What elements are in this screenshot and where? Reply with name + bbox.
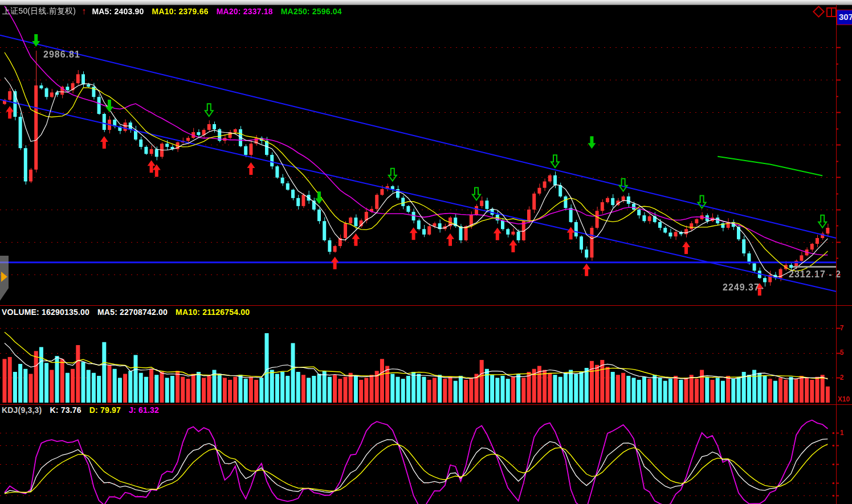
ma10-label: MA10: 2379.66: [152, 7, 209, 16]
ma250-label: MA250: 2596.04: [281, 7, 342, 16]
volume-ma10-label: MA10: 21126754.00: [176, 308, 250, 317]
kdj-axis-label-100: 1: [840, 429, 844, 437]
volume-unit-label: X10: [838, 395, 850, 403]
expand-arrow-icon: [1, 272, 7, 282]
ma20-label: MA20: 2337.18: [217, 7, 273, 16]
support-price-annotation: 2312.17 - 2: [789, 269, 841, 280]
kdj-k-label: K: 73.76: [50, 405, 81, 415]
price-axis-badge: 307: [837, 10, 852, 25]
main-chart-canvas[interactable]: [0, 5, 852, 305]
volume-axis-label-25m: 2: [840, 374, 844, 382]
panel-separator-2: [0, 404, 852, 405]
ma5-label: MA5: 2403.90: [92, 7, 144, 16]
trend-up-arrow-icon: ↑: [81, 6, 86, 17]
kdj-d-label: D: 79.97: [89, 405, 121, 415]
low-price-arrow-icon: →: [756, 282, 764, 292]
kdj-name-label: KDJ(9,3,3): [2, 405, 42, 415]
low-price-annotation: 2249.37: [723, 282, 760, 293]
volume-ma5-label: MA5: 22708742.00: [97, 308, 168, 317]
volume-value-label: VOLUME: 16290135.00: [2, 308, 89, 317]
kdj-j-label: J: 61.32: [129, 405, 159, 415]
support-marker-line: [793, 266, 836, 268]
high-price-annotation: 2986.81: [43, 50, 80, 60]
split-window-left-pane: [827, 9, 832, 16]
symbol-title: 上证50(日线.前复权): [2, 6, 76, 17]
split-window-right-pane: [832, 9, 835, 16]
kdj-canvas[interactable]: [0, 415, 852, 504]
panel-separator-1: [0, 305, 852, 306]
split-window-icon[interactable]: [826, 7, 837, 17]
kdj-header: KDJ(9,3,3) K: 73.76 D: 79.97 J: 61.32: [2, 405, 159, 415]
volume-canvas[interactable]: [0, 317, 852, 404]
volume-axis-label-75m: 7: [840, 324, 844, 332]
right-price-axis-line: [836, 5, 837, 504]
volume-header: VOLUME: 16290135.00 MA5: 22708742.00 MA1…: [2, 308, 250, 317]
main-chart-header: 上证50(日线.前复权) ↑ MA5: 2403.90 MA10: 2379.6…: [2, 6, 342, 17]
volume-axis-label-50m: 5: [840, 349, 844, 357]
